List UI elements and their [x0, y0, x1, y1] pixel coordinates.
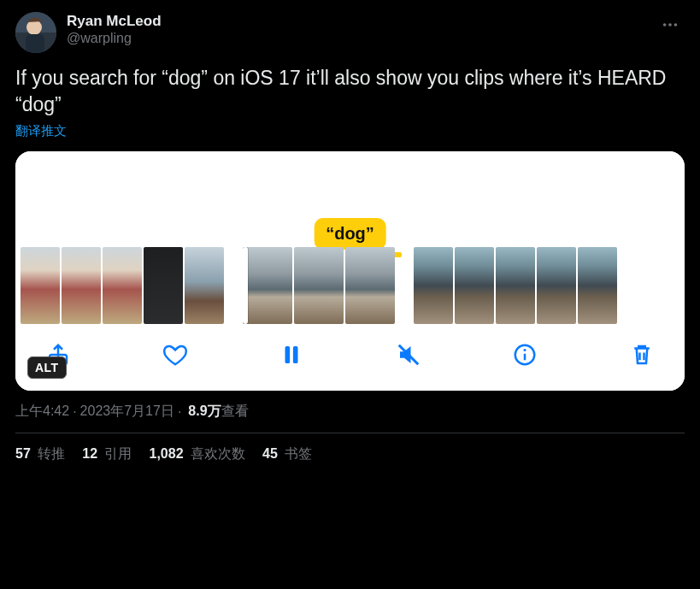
- stat-bookmarks[interactable]: 45 书签: [262, 445, 312, 463]
- meta-separator: ·: [178, 404, 181, 420]
- clip-thumbnail[interactable]: [103, 247, 142, 324]
- tweet-date[interactable]: 2023年7月17日: [80, 403, 174, 421]
- quotes-label: 引用: [101, 446, 132, 461]
- clip-group-3: [414, 247, 617, 324]
- clip-thumbnail[interactable]: [62, 247, 101, 324]
- clip-group-1: [21, 247, 224, 324]
- tweet-header: Ryan McLeod @warpling: [15, 12, 685, 53]
- avatar-image: [15, 12, 56, 53]
- views-count: 8.9万: [188, 403, 221, 421]
- mute-button[interactable]: [393, 339, 424, 370]
- tweet-meta: 上午4:42 · 2023年7月17日 · 8.9万 查看: [15, 403, 685, 421]
- delete-button[interactable]: [626, 339, 657, 370]
- clip-thumbnail[interactable]: [496, 247, 535, 324]
- search-term-label: “dog”: [314, 218, 386, 250]
- views-label: 查看: [221, 403, 249, 421]
- clip-thumbnail[interactable]: [144, 247, 183, 324]
- playhead[interactable]: [243, 247, 248, 324]
- divider: [15, 433, 685, 433]
- like-button[interactable]: [160, 339, 191, 370]
- author-names: Ryan McLeod @warpling: [67, 12, 162, 47]
- svg-point-6: [674, 23, 678, 27]
- svg-point-5: [668, 23, 672, 27]
- tweet-media[interactable]: “dog”: [15, 151, 685, 391]
- stat-retweets[interactable]: 57 转推: [15, 445, 65, 463]
- svg-point-4: [663, 23, 667, 27]
- svg-rect-9: [293, 346, 298, 363]
- stat-likes[interactable]: 1,082 喜欢次数: [150, 445, 246, 463]
- pause-button[interactable]: [276, 339, 307, 370]
- likes-label: 喜欢次数: [187, 446, 245, 461]
- retweets-count: 57: [15, 446, 31, 461]
- info-button[interactable]: [509, 339, 540, 370]
- clip-group-2: [243, 247, 395, 324]
- clip-thumbnail[interactable]: [537, 247, 576, 324]
- display-name[interactable]: Ryan McLeod: [67, 12, 162, 30]
- tweet-body: If you search for “dog” on iOS 17 it’ll …: [15, 65, 685, 118]
- clip-thumbnail[interactable]: [414, 247, 453, 324]
- avatar[interactable]: [15, 12, 56, 53]
- more-icon: [661, 15, 679, 34]
- heart-icon: [162, 342, 188, 368]
- svg-point-13: [524, 349, 526, 351]
- clip-thumbnail[interactable]: [243, 247, 292, 324]
- media-inner: “dog”: [15, 151, 685, 391]
- trash-icon: [629, 342, 655, 368]
- bookmarks-count: 45: [262, 446, 278, 461]
- mute-icon: [396, 342, 421, 368]
- pause-icon: [279, 342, 304, 368]
- clip-thumbnail[interactable]: [345, 247, 395, 324]
- clip-thumbnail[interactable]: [578, 247, 617, 324]
- tweet-stats: 57 转推 12 引用 1,082 喜欢次数 45 书签: [15, 445, 685, 463]
- video-timeline[interactable]: [15, 247, 685, 324]
- alt-badge[interactable]: ALT: [27, 356, 67, 379]
- likes-count: 1,082: [150, 446, 184, 461]
- tweet-time[interactable]: 上午4:42: [15, 403, 69, 421]
- bookmarks-label: 书签: [281, 446, 312, 461]
- handle[interactable]: @warpling: [67, 30, 162, 47]
- meta-separator: ·: [73, 404, 76, 420]
- tweet: Ryan McLeod @warpling If you search for …: [0, 0, 700, 463]
- media-toolbar: [15, 324, 685, 391]
- info-icon: [512, 342, 538, 368]
- svg-rect-3: [26, 34, 44, 53]
- svg-rect-8: [285, 346, 291, 363]
- clip-thumbnail[interactable]: [455, 247, 494, 324]
- retweets-label: 转推: [34, 446, 65, 461]
- clip-thumbnail[interactable]: [185, 247, 224, 324]
- quotes-count: 12: [82, 446, 97, 461]
- clip-thumbnail[interactable]: [21, 247, 60, 324]
- translate-link[interactable]: 翻译推文: [15, 123, 685, 139]
- stat-quotes[interactable]: 12 引用: [82, 445, 132, 463]
- clip-thumbnail[interactable]: [294, 247, 344, 324]
- more-button[interactable]: [656, 12, 685, 38]
